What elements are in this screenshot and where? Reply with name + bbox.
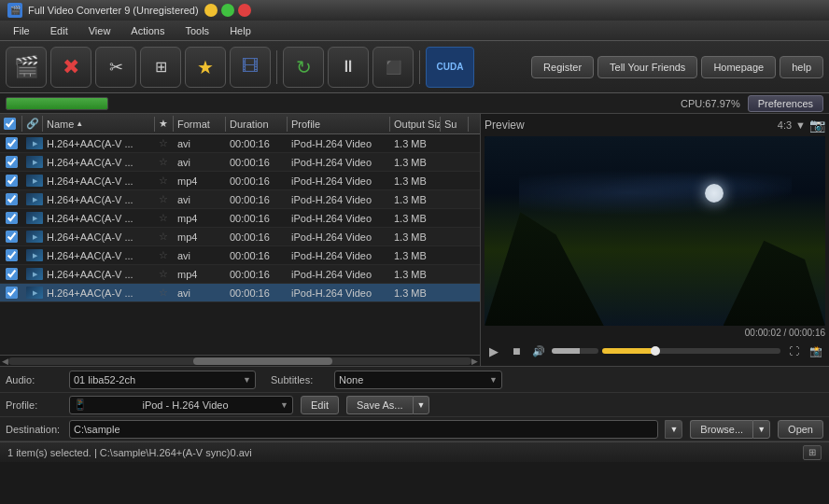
table-row[interactable]: ▶ H.264+AAC(A-V ... ☆ avi 00:00:16 iPod-… (0, 246, 480, 265)
cuda-button[interactable]: CUDA (426, 47, 474, 88)
row-checkbox-cell[interactable] (0, 136, 22, 150)
add-video-button[interactable]: 🎬 (6, 47, 47, 88)
stop-preview-button[interactable]: ⏹ (507, 342, 526, 360)
volume-button[interactable]: 🔊 (529, 342, 548, 360)
refresh-button[interactable]: ↻ (283, 47, 324, 88)
row-star[interactable]: ☆ (155, 230, 174, 244)
scrollbar-thumb[interactable] (193, 357, 332, 365)
row-star[interactable]: ☆ (155, 155, 174, 169)
homepage-button[interactable]: Homepage (701, 56, 776, 78)
table-row[interactable]: ▶ H.264+AAC(A-V ... ☆ mp4 00:00:16 iPod-… (0, 265, 480, 284)
select-all-checkbox[interactable] (4, 118, 16, 130)
row-checkbox-cell[interactable] (0, 248, 22, 262)
dest-label: Destination: (6, 424, 62, 435)
row-checkbox[interactable] (6, 231, 18, 243)
row-checkbox[interactable] (6, 175, 18, 187)
menu-edit[interactable]: Edit (41, 23, 77, 38)
fullscreen-button[interactable]: ⛶ (784, 342, 803, 360)
open-button[interactable]: Open (778, 420, 823, 439)
table-row[interactable]: ▶ H.264+AAC(A-V ... ☆ mp4 00:00:16 iPod-… (0, 209, 480, 228)
col-format-header[interactable]: Format (174, 117, 226, 132)
menu-help[interactable]: Help (220, 23, 260, 38)
col-duration-header[interactable]: Duration (226, 117, 288, 132)
row-checkbox[interactable] (6, 156, 18, 168)
row-checkbox-cell[interactable] (0, 211, 22, 225)
menu-actions[interactable]: Actions (121, 23, 174, 38)
scrollbar-track[interactable] (8, 357, 471, 365)
audio-dropdown[interactable]: 01 liba52-2ch ▼ (69, 371, 256, 389)
saveas-arrow[interactable]: ▼ (413, 396, 430, 414)
browse-button[interactable]: Browse... (690, 420, 752, 439)
saveas-button[interactable]: Save As... (346, 396, 413, 414)
row-checkbox-cell[interactable] (0, 174, 22, 188)
row-format: avi (174, 137, 226, 150)
row-checkbox-cell[interactable] (0, 286, 22, 300)
row-checkbox[interactable] (6, 193, 18, 205)
subtitle-dropdown[interactable]: None ▼ (334, 371, 502, 389)
row-checkbox[interactable] (6, 212, 18, 224)
row-star[interactable]: ☆ (155, 211, 174, 225)
ratio-arrow[interactable]: ▼ (795, 119, 806, 131)
capture-button[interactable]: 📸 (807, 342, 825, 360)
dest-field[interactable]: C:\sample (69, 420, 658, 439)
col-name-header[interactable]: Name ▲ (43, 117, 155, 132)
scroll-right[interactable]: ▶ (471, 357, 478, 366)
scroll-left[interactable]: ◀ (2, 357, 8, 366)
volume-bar[interactable] (552, 348, 598, 354)
table-row[interactable]: ▶ H.264+AAC(A-V ... ☆ avi 00:00:16 iPod-… (0, 153, 480, 172)
preferences-button[interactable]: Preferences (748, 95, 823, 112)
minimize-button[interactable] (204, 4, 218, 17)
row-checkbox-cell[interactable] (0, 230, 22, 244)
row-star[interactable]: ☆ (155, 267, 174, 281)
row-duration: 00:00:16 (226, 249, 288, 262)
register-button[interactable]: Register (531, 56, 594, 78)
col-size-header[interactable]: Output Size (390, 117, 441, 132)
play-button[interactable]: ▶ (485, 342, 503, 360)
row-checkbox[interactable] (6, 287, 18, 299)
merge-button[interactable]: ⊞ (140, 47, 181, 88)
table-row[interactable]: ▶ H.264+AAC(A-V ... ☆ mp4 00:00:16 iPod-… (0, 172, 480, 190)
close-button[interactable] (238, 4, 251, 17)
effects-button[interactable]: ★ (185, 47, 226, 88)
row-checkbox[interactable] (6, 249, 18, 261)
col-star-header[interactable]: ★ (155, 116, 174, 132)
row-checkbox-cell[interactable] (0, 267, 22, 281)
row-size: 1.3 MB (390, 137, 441, 150)
pause-button[interactable]: ⏸ (328, 47, 369, 88)
row-checkbox-cell[interactable] (0, 192, 22, 206)
status-icon-button[interactable]: ⊞ (803, 445, 822, 460)
menu-file[interactable]: File (4, 23, 39, 38)
table-row[interactable]: ▶ H.264+AAC(A-V ... ☆ avi 00:00:16 iPod-… (0, 284, 480, 302)
snapshot-icon[interactable]: 📷 (809, 118, 825, 133)
seek-thumb[interactable] (651, 346, 660, 356)
dest-dropdown-arrow[interactable]: ▼ (665, 420, 682, 439)
col-profile-header[interactable]: Profile (288, 117, 390, 132)
file-list-scrollbar[interactable]: ◀ ▶ (0, 355, 480, 366)
row-checkbox-cell[interactable] (0, 155, 22, 169)
cut-button[interactable]: ✂ (95, 47, 136, 88)
col-sub-header[interactable]: Su (441, 117, 469, 132)
browse-arrow[interactable]: ▼ (752, 420, 770, 439)
seek-bar[interactable] (602, 348, 780, 354)
edit-profile-button[interactable]: Edit (301, 396, 339, 414)
stop-button[interactable]: ⬛ (372, 47, 414, 88)
menu-view[interactable]: View (79, 23, 120, 38)
maximize-button[interactable] (221, 4, 234, 17)
subtitle-button[interactable]: 🎞 (230, 47, 271, 88)
row-star[interactable]: ☆ (155, 248, 174, 262)
help-button[interactable]: help (780, 56, 823, 78)
row-star[interactable]: ☆ (155, 174, 174, 188)
row-star[interactable]: ☆ (155, 192, 174, 206)
delete-button[interactable]: ✖ (50, 47, 91, 88)
table-row[interactable]: ▶ H.264+AAC(A-V ... ☆ avi 00:00:16 iPod-… (0, 190, 480, 209)
table-row[interactable]: ▶ H.264+AAC(A-V ... ☆ avi 00:00:16 iPod-… (0, 134, 480, 153)
profile-dropdown[interactable]: 📱 iPod - H.264 Video ▼ (69, 396, 293, 414)
tell-friends-button[interactable]: Tell Your Friends (597, 56, 697, 78)
row-star[interactable]: ☆ (155, 136, 174, 150)
row-checkbox[interactable] (6, 137, 18, 149)
table-row[interactable]: ▶ H.264+AAC(A-V ... ☆ mp4 00:00:16 iPod-… (0, 228, 480, 246)
col-check-header[interactable] (0, 116, 22, 132)
menu-tools[interactable]: Tools (176, 23, 218, 38)
row-star[interactable]: ☆ (155, 286, 174, 300)
row-checkbox[interactable] (6, 268, 18, 280)
